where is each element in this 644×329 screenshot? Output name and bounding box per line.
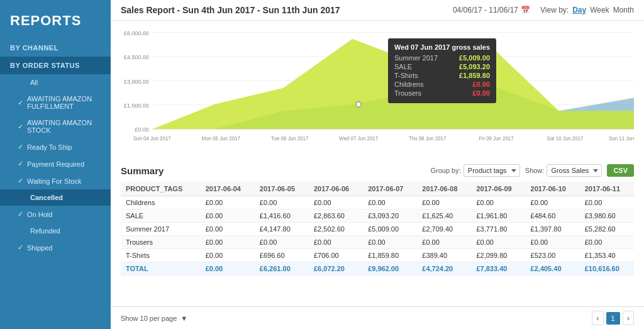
- show-select[interactable]: Gross Sales: [547, 164, 602, 177]
- nav-item-label-9: Shipped: [27, 244, 52, 252]
- chart-tooltip: Wed 07 Jun 2017 gross sales Summer 2017 …: [388, 38, 496, 103]
- main-content: Sales Report - Sun 4th Jun 2017 - Sun 11…: [111, 0, 644, 329]
- svg-text:Sat 10 Jun 2017: Sat 10 Jun 2017: [547, 136, 584, 142]
- view-by-control: View by: Day Week Month: [540, 6, 634, 14]
- value-cell-3-6: £0.00: [526, 236, 580, 249]
- value-cell-2-2: £2,502.60: [309, 223, 363, 236]
- sidebar-nav-item-4[interactable]: ✓Payment Required: [0, 155, 111, 172]
- view-by-week[interactable]: Week: [590, 6, 609, 14]
- next-page-button[interactable]: ›: [623, 311, 634, 325]
- view-by-label: View by:: [540, 6, 569, 14]
- sidebar-by-channel[interactable]: BY CHANNEL: [0, 39, 111, 57]
- chart-svg: £6,000.00 £4,500.00 £3,000.00 £1,500.00 …: [121, 26, 634, 157]
- value-cell-4-5: £2,099.80: [471, 249, 525, 262]
- svg-text:Tue 06 Jun 2017: Tue 06 Jun 2017: [271, 136, 309, 142]
- nav-item-label-7: On Hold: [27, 211, 52, 218]
- value-cell-2-1: £4,147.80: [255, 223, 309, 236]
- value-cell-1-3: £3,093.20: [363, 209, 417, 223]
- table-row: Trousers£0.00£0.00£0.00£0.00£0.00£0.00£0…: [121, 236, 634, 249]
- sidebar-by-order-status[interactable]: BY ORDER STATUS: [0, 57, 111, 74]
- value-cell-0-0: £0.00: [201, 196, 255, 209]
- nav-item-label-3: Ready To Ship: [27, 143, 72, 151]
- sidebar-nav: All✓AWAITING AMAZON FULFILLMENT✓AWAITING…: [0, 74, 111, 256]
- check-icon-7: ✓: [18, 210, 23, 218]
- per-page-dropdown-icon[interactable]: ▼: [180, 315, 187, 322]
- col-header-0: PRODUCT_TAGS: [121, 182, 201, 196]
- svg-text:Sun 04 Jun 2017: Sun 04 Jun 2017: [133, 136, 172, 142]
- value-cell-4-2: £706.00: [309, 249, 363, 262]
- total-row: TOTAL£0.00£6,261.00£6,072.20£9,962.00£4,…: [121, 262, 634, 276]
- check-icon-9: ✓: [18, 243, 23, 252]
- table-row: T-Shirts£0.00£696.60£706.00£1,859.80£389…: [121, 249, 634, 262]
- calendar-icon[interactable]: 📅: [521, 6, 530, 14]
- group-by-select[interactable]: Product tags: [464, 164, 520, 177]
- total-value-7: £10,616.60: [580, 262, 634, 276]
- value-cell-1-7: £3,980.60: [580, 209, 634, 223]
- tooltip-value-sale: £5,093.20: [459, 63, 490, 70]
- value-cell-4-3: £1,859.80: [363, 249, 417, 262]
- value-cell-0-4: £0.00: [417, 196, 471, 209]
- svg-text:£4,500.00: £4,500.00: [124, 54, 149, 60]
- view-by-month[interactable]: Month: [613, 6, 634, 14]
- per-page-control: Show 10 per page ▼: [121, 315, 187, 322]
- tooltip-row-sale: SALE £5,093.20: [394, 63, 490, 70]
- page-1-button[interactable]: 1: [606, 312, 620, 325]
- nav-item-label-2: AWAITING AMAZON STOCK: [27, 119, 101, 134]
- view-by-day[interactable]: Day: [572, 6, 586, 14]
- value-cell-3-0: £0.00: [201, 236, 255, 249]
- svg-text:£3,000.00: £3,000.00: [124, 78, 149, 84]
- tooltip-label-tshirts: T-Shirts: [394, 72, 418, 79]
- total-value-3: £9,962.00: [363, 262, 417, 276]
- check-icon-2: ✓: [18, 123, 23, 131]
- col-header-3: 2017-06-06: [309, 182, 363, 196]
- nav-item-label-6: Cancelled: [30, 194, 63, 201]
- value-cell-0-3: £0.00: [363, 196, 417, 209]
- col-header-8: 2017-06-11: [580, 182, 634, 196]
- sidebar-nav-item-6[interactable]: Cancelled: [0, 189, 111, 206]
- value-cell-4-6: £523.00: [526, 249, 580, 262]
- value-cell-3-5: £0.00: [471, 236, 525, 249]
- svg-text:Sun 11 Jun 2017: Sun 11 Jun 2017: [609, 136, 634, 142]
- tooltip-label-childrens: Childrens: [394, 81, 423, 88]
- tooltip-title: Wed 07 Jun 2017 gross sales: [394, 43, 490, 51]
- sidebar-nav-item-8[interactable]: Refunded: [0, 223, 111, 239]
- total-label: TOTAL: [121, 262, 201, 276]
- tooltip-value-tshirts: £1,859.80: [459, 72, 490, 79]
- sidebar-nav-item-1[interactable]: ✓AWAITING AMAZON FULFILLMENT: [0, 91, 111, 114]
- value-cell-1-1: £1,416.60: [255, 209, 309, 223]
- sidebar-nav-item-7[interactable]: ✓On Hold: [0, 206, 111, 223]
- value-cell-1-6: £484.60: [526, 209, 580, 223]
- pagination: ‹ 1 ›: [592, 311, 634, 325]
- sidebar-nav-item-3[interactable]: ✓Ready To Ship: [0, 138, 111, 155]
- sidebar-nav-item-5[interactable]: ✓Waiting For Stock: [0, 172, 111, 189]
- chart-area: £6,000.00 £4,500.00 £3,000.00 £1,500.00 …: [111, 21, 644, 159]
- sidebar-title: REPORTS: [0, 0, 111, 39]
- value-cell-1-2: £2,863.60: [309, 209, 363, 223]
- tooltip-value-childrens: £0.00: [472, 81, 490, 88]
- value-cell-0-6: £0.00: [526, 196, 580, 209]
- tooltip-row-summer: Summer 2017 £5,009.00: [394, 54, 490, 62]
- value-cell-3-7: £0.00: [580, 236, 634, 249]
- sidebar-nav-item-0[interactable]: All: [0, 74, 111, 91]
- summary-title: Summary: [121, 165, 164, 176]
- tooltip-value-trousers: £0.00: [472, 89, 490, 97]
- value-cell-1-4: £1,625.40: [417, 209, 471, 223]
- check-icon-1: ✓: [18, 99, 23, 107]
- value-cell-2-0: £0.00: [201, 223, 255, 236]
- csv-button[interactable]: CSV: [607, 164, 634, 177]
- value-cell-3-2: £0.00: [309, 236, 363, 249]
- nav-item-label-1: AWAITING AMAZON FULFILLMENT: [27, 95, 101, 110]
- sidebar-nav-item-2[interactable]: ✓AWAITING AMAZON STOCK: [0, 114, 111, 138]
- tooltip-row-tshirts: T-Shirts £1,859.80: [394, 72, 490, 79]
- date-range[interactable]: 04/06/17 - 11/06/17 📅: [453, 6, 530, 14]
- data-table: PRODUCT_TAGS2017-06-042017-06-052017-06-…: [121, 182, 634, 276]
- table-footer: Show 10 per page ▼ ‹ 1 ›: [111, 306, 644, 329]
- sidebar-nav-item-9[interactable]: ✓Shipped: [0, 239, 111, 256]
- tag-cell-4: T-Shirts: [121, 249, 201, 262]
- prev-page-button[interactable]: ‹: [592, 311, 603, 325]
- value-cell-4-4: £389.40: [417, 249, 471, 262]
- summary-controls: Group by: Product tags Show: Gross Sales…: [430, 164, 634, 177]
- value-cell-3-1: £0.00: [255, 236, 309, 249]
- tooltip-label-trousers: Trousers: [394, 89, 421, 97]
- value-cell-1-0: £0.00: [201, 209, 255, 223]
